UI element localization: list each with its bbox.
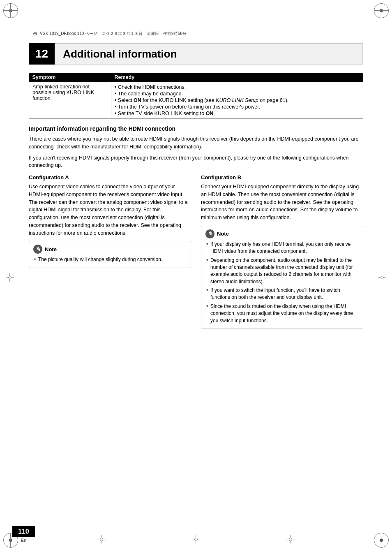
note-item-b-1: If your display only has one HDMI termin… <box>205 240 359 256</box>
bottom-crosshair-right <box>286 535 295 543</box>
col-a-body: Use component video cables to connect th… <box>29 183 191 237</box>
remedy-item-4: Turn the TV's power on before turning on… <box>115 104 360 110</box>
remedy-item-3: Select ON for the KURO LINK setting (see… <box>115 97 360 104</box>
remedy-item-5: Set the TV side KURO LINK setting to ON. <box>115 110 360 117</box>
note-icon-a: ✎ <box>33 245 42 254</box>
remedy-item-1: Check the HDMI connections. <box>115 84 360 90</box>
note-box-b: ✎ Note If your display only has one HDMI… <box>201 226 363 329</box>
note-label-a: Note <box>45 246 57 252</box>
note-list-a: The picture quality will change slightly… <box>33 255 187 264</box>
symptom-table: Symptom Remedy Amp-linked operation not … <box>29 73 363 119</box>
note-list-b: If your display only has one HDMI termin… <box>205 240 359 325</box>
page-footer: 110 En <box>12 526 35 543</box>
bottom-crosshair-center <box>192 535 200 543</box>
page: ⊕ VSX-1019_DF.book 110 ページ ２０２９年３月１３日 金曜… <box>0 0 392 555</box>
col-a-heading: Configuration A <box>29 174 191 180</box>
column-b: Configuration B Connect your HDMI-equipp… <box>201 174 363 329</box>
table-header-symptom: Symptom <box>29 73 111 82</box>
page-language: En <box>21 538 26 543</box>
note-header-b: ✎ Note <box>205 229 359 238</box>
note-item-a-1: The picture quality will change slightly… <box>33 255 187 264</box>
chapter-title-box: Additional information <box>55 43 363 65</box>
remedy-item-2: The cable may be damaged. <box>115 90 360 97</box>
note-box-a: ✎ Note The picture quality will change s… <box>29 241 191 268</box>
page-number: 110 <box>12 526 35 537</box>
right-crosshair-mid <box>378 273 386 282</box>
corner-decoration-br <box>374 533 389 548</box>
meta-text: VSX-1019_DF.book 110 ページ ２０２９年３月１３日 金曜日 … <box>40 31 187 37</box>
chapter-header: 12 Additional information <box>29 43 363 65</box>
col-b-body: Connect your HDMI-equipped component dir… <box>201 183 363 222</box>
symptom-text: Amp-linked operation not possible using … <box>32 84 94 101</box>
left-crosshair-mid <box>6 273 14 282</box>
intro-para-1: There are cases where you may not be abl… <box>29 135 363 151</box>
chapter-number: 12 <box>29 43 55 65</box>
note-item-b-3: If you want to switch the input function… <box>205 286 359 302</box>
note-icon-b: ✎ <box>205 229 214 238</box>
table-header-remedy: Remedy <box>111 73 363 82</box>
note-label-b: Note <box>217 231 229 237</box>
note-item-b-4: Since the sound is muted on the display … <box>205 302 359 325</box>
note-header-a: ✎ Note <box>33 245 187 254</box>
remedy-list: Check the HDMI connections. The cable ma… <box>115 84 360 117</box>
column-a: Configuration A Use component video cabl… <box>29 174 191 329</box>
intro-para-2: If you aren't receiving HDMI signals pro… <box>29 154 363 170</box>
col-b-heading: Configuration B <box>201 174 363 180</box>
corner-decoration-tl <box>3 3 18 18</box>
content-area: Symptom Remedy Amp-linked operation not … <box>29 73 363 329</box>
meta-bar: ⊕ VSX-1019_DF.book 110 ページ ２０２９年３月１３日 金曜… <box>29 29 363 38</box>
chapter-title: Additional information <box>63 48 177 60</box>
two-column-section: Configuration A Use component video cabl… <box>29 174 363 329</box>
remedy-cell: Check the HDMI connections. The cable ma… <box>111 82 363 119</box>
bottom-crosshair-left <box>97 535 106 543</box>
note-item-b-2: Depending on the component, audio output… <box>205 256 359 287</box>
symptom-cell: Amp-linked operation not possible using … <box>29 82 111 119</box>
section-heading: Important information regarding the HDMI… <box>29 125 363 132</box>
table-row: Amp-linked operation not possible using … <box>29 82 363 119</box>
corner-decoration-tr <box>374 3 389 18</box>
